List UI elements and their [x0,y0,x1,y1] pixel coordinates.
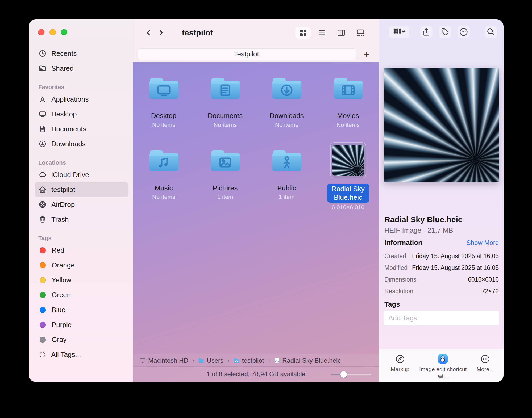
sidebar-item-recents[interactable]: Recents [35,46,128,61]
sidebar-item-all-tags[interactable]: All Tags... [35,347,128,362]
preview-panel: Radial Sky Blue.heic HEIF Image - 21,7 M… [379,19,504,382]
file-subtitle: No items [152,194,175,200]
sidebar-item-trash[interactable]: Trash [35,212,128,227]
file-downloads-folder[interactable]: Downloads No items [256,67,317,128]
metadata-row-resolution: Resolution 72×72 [384,285,499,297]
metadata-label: Resolution [384,288,413,295]
chevron-right-icon [157,29,165,36]
orange-tag-dot-icon [40,262,46,268]
image-file-icon [274,357,280,363]
metadata-value: 72×72 [481,288,499,295]
column-view-button[interactable] [334,27,349,39]
file-documents-folder[interactable]: Documents No items [194,67,256,128]
sidebar-item-label: testpilot [51,186,75,194]
quick-actions-bar: Markup Image edit shortcut wi... More... [379,349,504,382]
documents-folder-icon [209,75,241,101]
sidebar-item-downloads[interactable]: Downloads [35,136,128,151]
yellow-tag-dot-icon [40,277,46,283]
action-label: More... [477,366,494,373]
share-button[interactable] [420,26,433,38]
markup-icon [395,354,405,364]
file-name: Radial Sky Blue.heic [327,184,369,203]
icon-view-button[interactable] [295,27,311,39]
sidebar-item-applications[interactable]: Applications [35,92,128,107]
desktop-folder-icon [148,75,180,101]
sidebar-tag-red[interactable]: Red [35,243,128,258]
sidebar-item-label: Downloads [51,140,86,148]
public-folder-icon [271,148,303,173]
forward-button[interactable] [155,27,167,39]
sidebar-item-label: Yellow [52,276,71,284]
markup-action-button[interactable]: Markup [391,354,409,382]
sidebar-item-label: Desktop [51,110,77,118]
sidebar-tag-purple[interactable]: Purple [35,317,128,332]
file-subtitle: No items [275,122,298,128]
zoom-window-button[interactable] [61,29,67,35]
file-name: Movies [337,111,359,120]
sidebar-item-shared[interactable]: Shared [35,61,128,76]
clock-icon [38,49,47,58]
home-icon [38,185,47,194]
group-by-button[interactable] [389,26,409,38]
sidebar-item-desktop[interactable]: Desktop [35,107,128,122]
breadcrumb-testpilot[interactable]: testpilot [233,357,264,364]
desktop-icon [38,110,47,118]
metadata-table: Created Friday 15. August 2025 at 16.05 … [384,250,499,297]
file-radial-sky-blue-selected[interactable]: Radial Sky Blue.heic 6 016×6 016 [317,139,379,211]
file-music-folder[interactable]: Music No items [133,139,194,211]
sidebar-tag-yellow[interactable]: Yellow [35,273,128,287]
search-button[interactable] [485,26,497,38]
sidebar-item-airdrop[interactable]: AirDrop [35,197,128,212]
back-button[interactable] [143,27,155,39]
file-movies-folder[interactable]: Movies No items [317,67,379,128]
metadata-value: 6016×6016 [468,276,499,283]
sidebar-item-label: Trash [51,215,69,224]
show-more-link[interactable]: Show More [467,239,499,246]
more-icon [480,354,490,364]
sidebar-item-icloud-drive[interactable]: iCloud Drive [35,167,128,182]
file-pictures-folder[interactable]: Pictures 1 item [194,139,256,211]
metadata-label: Modified [384,264,408,271]
file-desktop-folder[interactable]: Desktop No items [133,67,194,128]
tab-bar: testpilot + [133,46,379,62]
folder-icon [198,357,204,364]
close-window-button[interactable] [38,29,44,35]
sidebar-tag-gray[interactable]: Gray [35,332,128,347]
icon-size-slider[interactable] [331,373,371,376]
new-tab-button[interactable]: + [359,48,374,60]
tags-button[interactable] [439,26,451,38]
sidebar: Recents Shared Favorites Applications De… [29,19,133,382]
more-actions-button[interactable]: More... [477,354,494,382]
file-area[interactable]: Desktop No items Documents No items Down… [133,62,379,382]
file-subtitle: No items [214,122,237,128]
sidebar-item-testpilot[interactable]: testpilot [35,182,128,197]
minimize-window-button[interactable] [49,29,56,35]
sidebar-item-label: All Tags... [51,350,81,359]
chevron-left-icon [145,29,152,36]
file-public-folder[interactable]: Public 1 item [256,139,317,211]
sidebar-item-label: Orange [52,261,75,269]
document-icon [38,125,47,133]
ellipsis-circle-icon [459,27,468,36]
finder-window: Recents Shared Favorites Applications De… [29,19,504,382]
all-tags-icon [40,352,45,357]
tab-testpilot[interactable]: testpilot [138,48,356,60]
sidebar-item-documents[interactable]: Documents [35,122,128,136]
home-folder-icon [233,357,240,364]
image-edit-shortcut-button[interactable]: Image edit shortcut wi... [419,354,467,382]
more-options-button[interactable] [458,26,470,38]
breadcrumb-users[interactable]: Users [198,357,223,364]
list-view-button[interactable] [314,27,330,39]
slider-thumb[interactable] [340,371,347,378]
breadcrumb-macintosh-hd[interactable]: Macintosh HD [139,357,188,364]
airdrop-icon [38,200,47,209]
sidebar-tag-blue[interactable]: Blue [35,302,128,317]
gallery-view-button[interactable] [353,27,368,39]
sidebar-item-label: Gray [52,336,66,344]
file-name: Music [155,184,173,193]
sidebar-tag-green[interactable]: Green [35,287,128,302]
breadcrumb-radial-sky-blue[interactable]: Radial Sky Blue.heic [274,357,341,364]
sidebar-tag-orange[interactable]: Orange [35,258,128,273]
metadata-row-dimensions: Dimensions 6016×6016 [384,274,499,285]
add-tags-input[interactable] [384,310,499,326]
